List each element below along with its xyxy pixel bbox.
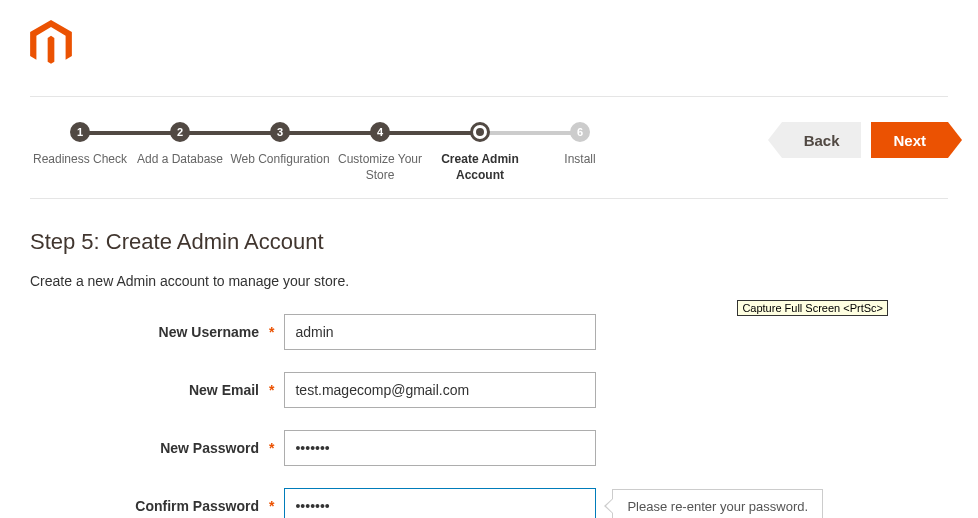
step-label: Install: [564, 152, 595, 168]
confirm-password-label: Confirm Password: [30, 498, 265, 514]
magento-icon: [30, 20, 72, 68]
email-label: New Email: [30, 382, 265, 398]
divider: [30, 198, 948, 199]
step-number: 6: [570, 122, 590, 142]
password-label: New Password: [30, 440, 265, 456]
step-label: Web Configuration: [230, 152, 329, 168]
email-input[interactable]: [284, 372, 596, 408]
step-number: 3: [270, 122, 290, 142]
step-label: Create Admin Account: [430, 152, 530, 183]
capture-tooltip: Capture Full Screen <PrtSc>: [737, 300, 888, 316]
step-web-configuration[interactable]: 3 Web Configuration: [230, 122, 330, 168]
page-title: Step 5: Create Admin Account: [30, 229, 948, 255]
step-readiness-check[interactable]: 1 Readiness Check: [30, 122, 130, 168]
step-install[interactable]: 6 Install: [530, 122, 630, 168]
step-add-database[interactable]: 2 Add a Database: [130, 122, 230, 168]
required-mark: *: [269, 324, 274, 340]
username-input[interactable]: [284, 314, 596, 350]
step-number: 1: [70, 122, 90, 142]
required-mark: *: [269, 382, 274, 398]
progress-steps: 1 Readiness Check 2 Add a Database 3 Web…: [30, 122, 782, 183]
magento-logo: [30, 20, 948, 71]
required-mark: *: [269, 440, 274, 456]
confirm-password-input[interactable]: [284, 488, 596, 518]
page-subtitle: Create a new Admin account to manage you…: [30, 273, 948, 289]
password-input[interactable]: [284, 430, 596, 466]
step-number: 4: [370, 122, 390, 142]
back-button[interactable]: Back: [782, 122, 862, 158]
step-label: Add a Database: [137, 152, 223, 168]
step-number: [470, 122, 490, 142]
confirm-password-hint: Please re-enter your password.: [612, 489, 823, 518]
required-mark: *: [269, 498, 274, 514]
username-label: New Username: [30, 324, 265, 340]
step-number: 2: [170, 122, 190, 142]
step-label: Readiness Check: [33, 152, 127, 168]
next-button[interactable]: Next: [871, 122, 948, 158]
step-label: Customize Your Store: [330, 152, 430, 183]
